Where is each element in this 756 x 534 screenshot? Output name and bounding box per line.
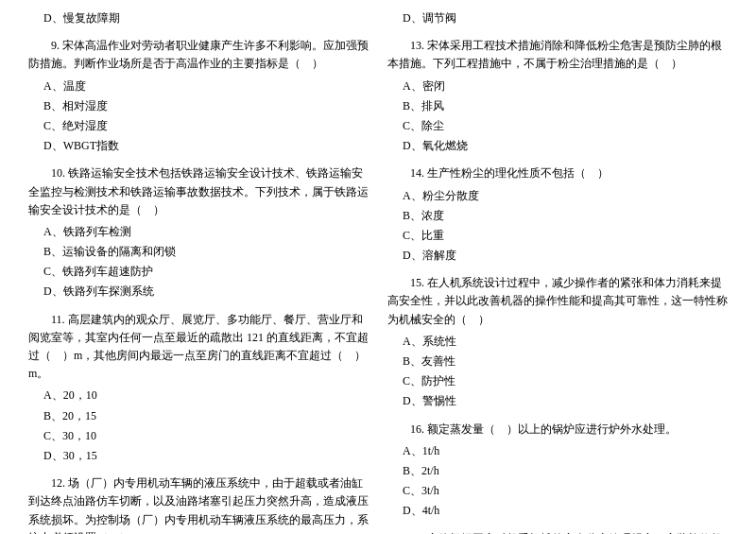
q9-option-b: B、相对湿度: [28, 97, 369, 115]
question-16: 16. 额定蒸发量（ ）以上的锅炉应进行炉外水处理。 A、1t/h B、2t/h…: [387, 421, 728, 521]
q14-option-a: A、粉尘分散度: [387, 187, 728, 205]
q15-option-b: B、友善性: [387, 353, 728, 370]
q17-text: 17. 宋体根据国家对起重机械的安全监察管理规定，安装检修起重机械的单位，必须先…: [387, 530, 728, 535]
question-12: 12. 场（厂）内专用机动车辆的液压系统中，由于超载或者油缸到达终点油路仿车切断…: [28, 474, 369, 534]
option-d-text: D、慢复故障期: [28, 9, 369, 27]
q15-option-a: A、系统性: [387, 333, 728, 351]
q10-text: 10. 铁路运输安全技术包括铁路运输安全设计技术、铁路运输安全监控与检测技术和铁…: [28, 164, 369, 219]
q9-option-c: C、绝对湿度: [28, 117, 369, 135]
right-column: D、调节阀 13. 宋体采用工程技术措施消除和降低粉尘危害是预防尘肺的根本措施。…: [387, 9, 728, 534]
q9-option-a: A、温度: [28, 78, 369, 95]
q10-option-b: B、运输设备的隔离和闭锁: [28, 243, 369, 261]
option-d-before-q9: D、慢复故障期: [28, 9, 369, 27]
q10-option-c: C、铁路列车超速防护: [28, 263, 369, 281]
q14-option-c: C、比重: [387, 227, 728, 245]
page-content: D、慢复故障期 9. 宋体高温作业对劳动者职业健康产生许多不利影响。应加强预防措…: [28, 9, 728, 534]
q13-text: 13. 宋体采用工程技术措施消除和降低粉尘危害是预防尘肺的根本措施。下列工程措施…: [387, 37, 728, 73]
question-15: 15. 在人机系统设计过程中，减少操作者的紧张和体力消耗来提高安全性，并以此改善…: [387, 274, 728, 410]
q13-option-b: B、排风: [387, 97, 728, 115]
q15-option-d: D、警惕性: [387, 392, 728, 410]
q15-text: 15. 在人机系统设计过程中，减少操作者的紧张和体力消耗来提高安全性，并以此改善…: [387, 274, 728, 329]
q9-option-d: D、WBGT指数: [28, 137, 369, 155]
q10-option-d: D、铁路列车探测系统: [28, 283, 369, 301]
q9-text: 9. 宋体高温作业对劳动者职业健康产生许多不利影响。应加强预防措施。判断作业场所…: [28, 37, 369, 73]
q11-option-d: D、30，15: [28, 447, 369, 465]
option-d-text-right: D、调节阀: [387, 9, 728, 27]
q10-option-a: A、铁路列车检测: [28, 223, 369, 241]
q14-option-d: D、溶解度: [387, 247, 728, 265]
left-column: D、慢复故障期 9. 宋体高温作业对劳动者职业健康产生许多不利影响。应加强预防措…: [28, 9, 369, 534]
q12-text: 12. 场（厂）内专用机动车辆的液压系统中，由于超载或者油缸到达终点油路仿车切断…: [28, 474, 369, 534]
q13-option-d: D、氧化燃烧: [387, 137, 728, 155]
q15-option-c: C、防护性: [387, 372, 728, 390]
q13-option-a: A、密闭: [387, 78, 728, 95]
q16-option-a: A、1t/h: [387, 442, 728, 460]
q13-option-c: C、除尘: [387, 117, 728, 135]
q14-option-b: B、浓度: [387, 207, 728, 225]
question-10: 10. 铁路运输安全技术包括铁路运输安全设计技术、铁路运输安全监控与检测技术和铁…: [28, 164, 369, 301]
q11-text: 11. 高层建筑内的观众厅、展览厅、多功能厅、餐厅、营业厅和阅览室等，其室内任何…: [28, 311, 369, 384]
q16-option-d: D、4t/h: [387, 502, 728, 520]
question-9: 9. 宋体高温作业对劳动者职业健康产生许多不利影响。应加强预防措施。判断作业场所…: [28, 37, 369, 155]
q14-text: 14. 生产性粉尘的理化性质不包括（ ）: [387, 164, 728, 182]
q11-option-a: A、20，10: [28, 387, 369, 405]
q16-text: 16. 额定蒸发量（ ）以上的锅炉应进行炉外水处理。: [387, 421, 728, 439]
question-13: 13. 宋体采用工程技术措施消除和降低粉尘危害是预防尘肺的根本措施。下列工程措施…: [387, 37, 728, 155]
q16-option-c: C、3t/h: [387, 482, 728, 500]
question-11: 11. 高层建筑内的观众厅、展览厅、多功能厅、餐厅、营业厅和阅览室等，其室内任何…: [28, 311, 369, 466]
question-17: 17. 宋体根据国家对起重机械的安全监察管理规定，安装检修起重机械的单位，必须先…: [387, 530, 728, 535]
option-d-before-q13: D、调节阀: [387, 9, 728, 27]
q11-option-b: B、20，15: [28, 407, 369, 425]
q11-option-c: C、30，10: [28, 427, 369, 445]
question-14: 14. 生产性粉尘的理化性质不包括（ ） A、粉尘分散度 B、浓度 C、比重 D…: [387, 164, 728, 265]
q16-option-b: B、2t/h: [387, 462, 728, 480]
